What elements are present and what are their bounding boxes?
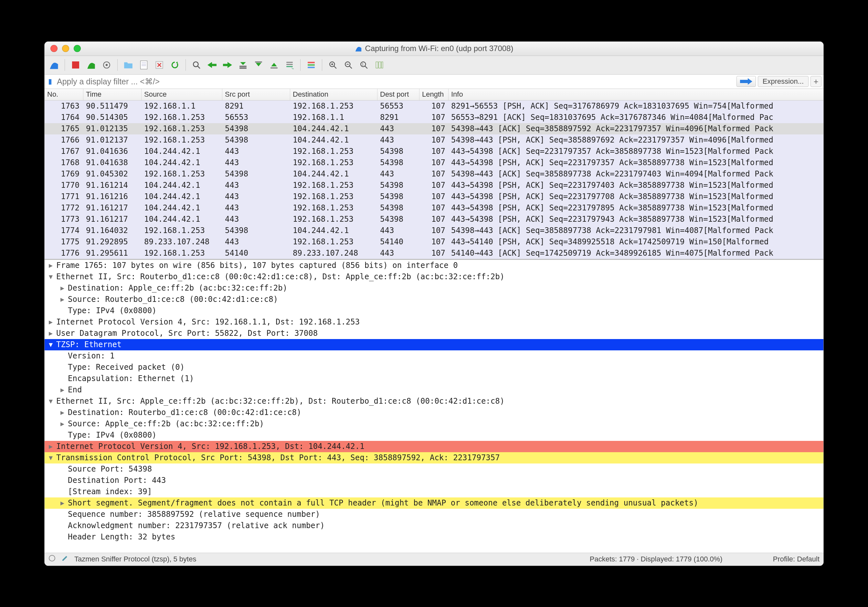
zoom-out-button[interactable] bbox=[342, 58, 355, 72]
status-protocol: Tazmen Sniffer Protocol (tzsp), 5 bytes bbox=[74, 555, 196, 564]
wireshark-logo-icon[interactable] bbox=[47, 58, 61, 72]
detail-line[interactable]: Destination Port: 443 bbox=[45, 475, 823, 486]
status-profile[interactable]: Profile: Default bbox=[773, 555, 820, 564]
svg-rect-0 bbox=[72, 61, 79, 68]
packet-row[interactable]: 177491.164032192.168.1.25354398104.244.4… bbox=[45, 225, 823, 236]
packet-row[interactable]: 177391.161217104.244.42.1443192.168.1.25… bbox=[45, 214, 823, 225]
detail-line[interactable]: ▶Frame 1765: 107 bytes on wire (856 bits… bbox=[45, 260, 823, 271]
packet-row[interactable]: 176390.511479192.168.1.18291192.168.1.25… bbox=[45, 101, 823, 112]
open-file-button[interactable] bbox=[121, 58, 135, 72]
detail-line[interactable]: Acknowledgment number: 2231797357 (relat… bbox=[45, 520, 823, 531]
detail-line[interactable]: ▶Short segment. Segment/fragment does no… bbox=[45, 497, 823, 509]
status-packet-counts: Packets: 1779 · Displayed: 1779 (100.0%) bbox=[590, 555, 722, 564]
detail-line[interactable]: Source Port: 54398 bbox=[45, 464, 823, 475]
detail-line[interactable]: Type: IPv4 (0x0800) bbox=[45, 430, 823, 441]
restart-capture-button[interactable] bbox=[84, 58, 98, 72]
col-src[interactable]: Source bbox=[141, 89, 222, 100]
detail-line[interactable]: ▶Internet Protocol Version 4, Src: 192.1… bbox=[45, 317, 823, 328]
col-len[interactable]: Length bbox=[420, 89, 448, 100]
detail-line[interactable]: ▶User Datagram Protocol, Src Port: 55822… bbox=[45, 328, 823, 339]
detail-line[interactable]: ▶End bbox=[45, 384, 823, 396]
svg-rect-12 bbox=[255, 61, 262, 62]
detail-line[interactable]: ▶Source: Apple_ce:ff:2b (ac:bc:32:ce:ff:… bbox=[45, 418, 823, 430]
find-packet-button[interactable] bbox=[190, 58, 203, 72]
go-back-button[interactable] bbox=[205, 58, 219, 72]
svg-point-2 bbox=[106, 64, 108, 66]
col-info[interactable]: Info bbox=[448, 89, 823, 100]
packet-row[interactable]: 177091.161214104.244.42.1443192.168.1.25… bbox=[45, 180, 823, 191]
window-title: Capturing from Wi-Fi: en0 (udp port 3700… bbox=[45, 44, 823, 53]
packet-row[interactable]: 176591.012135192.168.1.25354398104.244.4… bbox=[45, 123, 823, 135]
packet-row[interactable]: 177591.29289589.233.107.248443192.168.1.… bbox=[45, 236, 823, 248]
detail-line[interactable]: ▶Source: Routerbo_d1:ce:c8 (00:0c:42:d1:… bbox=[45, 294, 823, 305]
expression-button[interactable]: Expression... bbox=[758, 76, 809, 87]
app-window: Capturing from Wi-Fi: en0 (udp port 3700… bbox=[44, 41, 824, 566]
col-no[interactable]: No. bbox=[45, 89, 84, 100]
svg-rect-31 bbox=[379, 62, 381, 68]
col-dprt[interactable]: Dest port bbox=[377, 89, 420, 100]
detail-line[interactable]: Encapsulation: Ethernet (1) bbox=[45, 373, 823, 384]
svg-point-8 bbox=[193, 62, 198, 67]
packet-details-pane[interactable]: ▶Frame 1765: 107 bytes on wire (856 bits… bbox=[45, 259, 823, 553]
svg-line-28 bbox=[365, 66, 367, 68]
packet-row[interactable]: 176490.514305192.168.1.25356553192.168.1… bbox=[45, 112, 823, 123]
svg-rect-15 bbox=[286, 64, 293, 65]
go-to-packet-button[interactable] bbox=[236, 58, 250, 72]
svg-rect-32 bbox=[382, 62, 383, 68]
go-to-first-button[interactable] bbox=[252, 58, 265, 72]
add-filter-button[interactable]: + bbox=[811, 76, 822, 87]
titlebar: Capturing from Wi-Fi: en0 (udp port 3700… bbox=[45, 42, 823, 56]
detail-line[interactable]: Sequence number: 3858897592 (relative se… bbox=[45, 509, 823, 520]
zoom-reset-button[interactable]: 1 bbox=[357, 58, 370, 72]
colorize-button[interactable] bbox=[304, 58, 318, 72]
packet-list-pane: No. Time Source Src port Destination Des… bbox=[45, 89, 823, 259]
status-bar: Tazmen Sniffer Protocol (tzsp), 5 bytes … bbox=[45, 553, 823, 566]
apply-filter-button[interactable] bbox=[736, 76, 756, 87]
svg-rect-33 bbox=[740, 80, 748, 83]
col-time[interactable]: Time bbox=[84, 89, 141, 100]
detail-line[interactable]: Type: Received packet (0) bbox=[45, 362, 823, 373]
save-file-button[interactable] bbox=[137, 58, 150, 72]
expert-info-icon[interactable] bbox=[48, 555, 56, 564]
svg-rect-30 bbox=[376, 62, 378, 68]
detail-line[interactable]: Version: 1 bbox=[45, 350, 823, 362]
display-filter-bar: ▮ Expression... + bbox=[45, 75, 823, 89]
zoom-in-button[interactable] bbox=[326, 58, 339, 72]
wireshark-fin-icon bbox=[355, 45, 362, 52]
packet-row[interactable]: 176991.045302192.168.1.25354398104.244.4… bbox=[45, 168, 823, 180]
stop-capture-button[interactable] bbox=[69, 58, 82, 72]
capture-options-button[interactable] bbox=[100, 58, 113, 72]
detail-line[interactable]: Header Length: 32 bytes bbox=[45, 531, 823, 543]
packet-row[interactable]: 177691.295611192.168.1.2535414089.233.10… bbox=[45, 248, 823, 259]
detail-line[interactable]: ▼Ethernet II, Src: Apple_ce:ff:2b (ac:bc… bbox=[45, 396, 823, 407]
packet-row[interactable]: 176691.012137192.168.1.25354398104.244.4… bbox=[45, 135, 823, 146]
detail-line[interactable]: ▼Ethernet II, Src: Routerbo_d1:ce:c8 (00… bbox=[45, 271, 823, 283]
bookmark-icon[interactable]: ▮ bbox=[46, 77, 54, 86]
packet-row[interactable]: 177191.161216104.244.42.1443192.168.1.25… bbox=[45, 191, 823, 202]
auto-scroll-button[interactable] bbox=[283, 58, 296, 72]
packet-list-body[interactable]: 176390.511479192.168.1.18291192.168.1.25… bbox=[45, 101, 823, 259]
display-filter-input[interactable] bbox=[56, 76, 735, 87]
detail-line[interactable]: ▶Destination: Routerbo_d1:ce:c8 (00:0c:4… bbox=[45, 407, 823, 418]
col-dst[interactable]: Destination bbox=[290, 89, 377, 100]
packet-row[interactable]: 177291.161217104.244.42.1443192.168.1.25… bbox=[45, 202, 823, 214]
resize-columns-button[interactable] bbox=[373, 58, 386, 72]
detail-line[interactable]: [Stream index: 39] bbox=[45, 486, 823, 497]
reload-button[interactable] bbox=[168, 58, 181, 72]
packet-list-header[interactable]: No. Time Source Src port Destination Des… bbox=[45, 89, 823, 101]
close-file-button[interactable] bbox=[152, 58, 166, 72]
svg-rect-19 bbox=[308, 67, 315, 68]
packet-row[interactable]: 176791.041636104.244.42.1443192.168.1.25… bbox=[45, 146, 823, 157]
svg-line-25 bbox=[349, 66, 352, 68]
detail-line[interactable]: ▶Destination: Apple_ce:ff:2b (ac:bc:32:c… bbox=[45, 283, 823, 294]
svg-rect-11 bbox=[239, 68, 246, 69]
detail-line[interactable]: ▶Internet Protocol Version 4, Src: 192.1… bbox=[45, 441, 823, 452]
go-to-last-button[interactable] bbox=[267, 58, 281, 72]
edit-capture-comment-icon[interactable] bbox=[61, 555, 68, 564]
packet-row[interactable]: 176891.041638104.244.42.1443192.168.1.25… bbox=[45, 157, 823, 168]
detail-line[interactable]: ▼TZSP: Ethernet bbox=[45, 339, 823, 350]
detail-line[interactable]: Type: IPv4 (0x0800) bbox=[45, 305, 823, 317]
go-forward-button[interactable] bbox=[221, 58, 234, 72]
col-sprt[interactable]: Src port bbox=[222, 89, 290, 100]
detail-line[interactable]: ▼Transmission Control Protocol, Src Port… bbox=[45, 452, 823, 464]
